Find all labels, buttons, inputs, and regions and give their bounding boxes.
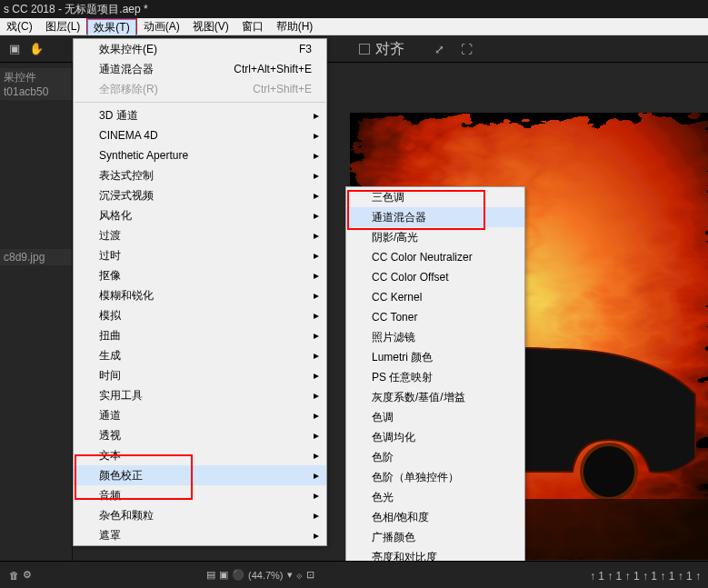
trash-icon[interactable]: 🗑: [9, 570, 19, 581]
menu-item[interactable]: 遮罩▸: [74, 525, 326, 545]
menu-item[interactable]: 色阶: [346, 447, 524, 467]
menu-item[interactable]: 透视▸: [74, 425, 326, 445]
separator: [75, 102, 325, 103]
submenu-arrow-icon: ▸: [314, 165, 319, 185]
submenu-arrow-icon: ▸: [314, 185, 319, 205]
menu-item[interactable]: CC Kernel: [346, 287, 524, 307]
menu-item[interactable]: 扭曲▸: [74, 325, 326, 345]
submenu-arrow-icon: ▸: [314, 485, 319, 505]
menu-item[interactable]: 音频▸: [74, 485, 326, 505]
menu-item[interactable]: 模糊和锐化▸: [74, 285, 326, 305]
menu-item[interactable]: 生成▸: [74, 345, 326, 365]
icon[interactable]: ▤: [206, 569, 215, 581]
submenu-arrow-icon: ▸: [314, 345, 319, 365]
submenu-arrow-icon: ▸: [314, 245, 319, 265]
menu-item[interactable]: CC Color Neutralizer: [346, 247, 524, 267]
menu-item[interactable]: 色调均化: [346, 427, 524, 447]
menu-item[interactable]: 效果控件(E)F3: [74, 39, 326, 59]
icon[interactable]: ▣: [219, 569, 228, 581]
menu-item[interactable]: 风格化▸: [74, 205, 326, 225]
menu-item[interactable]: 过时▸: [74, 245, 326, 265]
submenu-arrow-icon: ▸: [314, 325, 319, 345]
tool-icon[interactable]: ▣: [4, 38, 25, 60]
submenu-arrow-icon: ▸: [314, 465, 319, 485]
menu-item[interactable]: 广播颜色: [346, 527, 524, 547]
submenu-arrow-icon: ▸: [314, 445, 319, 465]
menu-item[interactable]: 帮助(H): [270, 18, 320, 35]
menu-item[interactable]: 通道▸: [74, 405, 326, 425]
submenu-arrow-icon: ▸: [314, 425, 319, 445]
tool-icon[interactable]: ✋: [25, 38, 47, 60]
panel-tab[interactable]: c8d9.jpg: [0, 249, 72, 265]
menu-item[interactable]: 照片滤镜: [346, 327, 524, 347]
color-correction-submenu: 三色调通道混合器阴影/高光CC Color NeutralizerCC Colo…: [345, 186, 525, 588]
menu-item[interactable]: Lumetri 颜色: [346, 347, 524, 367]
menu-item[interactable]: 色相/饱和度: [346, 507, 524, 527]
menu-item: 全部移除(R)Ctrl+Shift+E: [74, 79, 326, 99]
icon[interactable]: ⟐: [296, 570, 303, 581]
menu-item[interactable]: CC Color Offset: [346, 267, 524, 287]
menu-item[interactable]: 模拟▸: [74, 305, 326, 325]
menu-item[interactable]: 通道混合器: [346, 207, 524, 227]
svg-point-3: [582, 444, 636, 499]
submenu-arrow-icon: ▸: [314, 285, 319, 305]
shortcut-label: Ctrl+Shift+E: [253, 79, 312, 99]
tool-icon[interactable]: ⤢: [428, 38, 450, 60]
menu-item[interactable]: 过渡▸: [74, 225, 326, 245]
menu-item[interactable]: 沉浸式视频▸: [74, 185, 326, 205]
titlebar: s CC 2018 - 无标题项目.aep *: [0, 0, 708, 18]
menu-item[interactable]: 阴影/高光: [346, 227, 524, 247]
menu-item[interactable]: 杂色和颗粒▸: [74, 505, 326, 525]
anchor-arrows: ↑ 1 ↑ 1 ↑ 1 ↑ 1 ↑ 1 ↑ 1 ↑: [590, 570, 701, 583]
submenu-arrow-icon: ▸: [314, 225, 319, 245]
menu-item[interactable]: 3D 通道▸: [74, 105, 326, 125]
menu-item[interactable]: CINEMA 4D▸: [74, 125, 326, 145]
shortcut-label: F3: [299, 39, 312, 59]
dropdown-icon[interactable]: ▾: [287, 569, 293, 581]
submenu-arrow-icon: ▸: [314, 265, 319, 285]
submenu-arrow-icon: ▸: [314, 145, 319, 165]
menu-item[interactable]: 色阶（单独控件）: [346, 467, 524, 487]
effects-menu: 效果控件(E)F3通道混合器Ctrl+Alt+Shift+E全部移除(R)Ctr…: [73, 38, 327, 546]
menu-item[interactable]: 灰度系数/基值/增益: [346, 387, 524, 407]
menu-item[interactable]: 文本▸: [74, 445, 326, 465]
menu-item[interactable]: 色光: [346, 487, 524, 507]
menu-item[interactable]: PS 任意映射: [346, 367, 524, 387]
app-title: s CC 2018 - 无标题项目.aep *: [4, 3, 148, 15]
icon[interactable]: ⚫: [232, 569, 244, 581]
menu-item[interactable]: 图层(L): [39, 18, 87, 35]
shortcut-label: Ctrl+Alt+Shift+E: [234, 59, 312, 79]
menubar: 戏(C)图层(L)效果(T)动画(A)视图(V)窗口帮助(H): [0, 18, 708, 35]
left-panel: 果控件 t01acb50 c8d9.jpg: [0, 63, 73, 572]
menu-item[interactable]: 实用工具▸: [74, 385, 326, 405]
submenu-arrow-icon: ▸: [314, 365, 319, 385]
submenu-arrow-icon: ▸: [314, 105, 319, 125]
menu-item[interactable]: 通道混合器Ctrl+Alt+Shift+E: [74, 59, 326, 79]
menu-item[interactable]: 窗口: [235, 18, 270, 35]
tool-icon[interactable]: ⛶: [455, 38, 477, 60]
menu-item[interactable]: 效果(T): [87, 19, 135, 36]
submenu-arrow-icon: ▸: [314, 405, 319, 425]
menu-item[interactable]: 视图(V): [186, 18, 235, 35]
submenu-arrow-icon: ▸: [314, 505, 319, 525]
submenu-arrow-icon: ▸: [314, 305, 319, 325]
submenu-arrow-icon: ▸: [314, 525, 319, 545]
checkbox-icon[interactable]: [359, 44, 370, 55]
menu-item[interactable]: 抠像▸: [74, 265, 326, 285]
zoom-level[interactable]: (44.7%): [248, 570, 284, 581]
icon[interactable]: ⊡: [306, 569, 314, 581]
menu-item[interactable]: 三色调: [346, 187, 524, 207]
settings-icon[interactable]: ⚙: [23, 569, 32, 581]
submenu-arrow-icon: ▸: [314, 385, 319, 405]
align-label: 对齐: [375, 40, 404, 59]
menu-item[interactable]: 时间▸: [74, 365, 326, 385]
menu-item[interactable]: 戏(C): [0, 18, 39, 35]
menu-item[interactable]: Synthetic Aperture▸: [74, 145, 326, 165]
menu-item[interactable]: 表达式控制▸: [74, 165, 326, 185]
menu-item[interactable]: CC Toner: [346, 307, 524, 327]
submenu-arrow-icon: ▸: [314, 205, 319, 225]
menu-item[interactable]: 颜色校正▸: [74, 465, 326, 485]
menu-item[interactable]: 动画(A): [137, 18, 186, 35]
menu-item[interactable]: 色调: [346, 407, 524, 427]
panel-tab[interactable]: 果控件 t01acb50: [0, 68, 72, 100]
